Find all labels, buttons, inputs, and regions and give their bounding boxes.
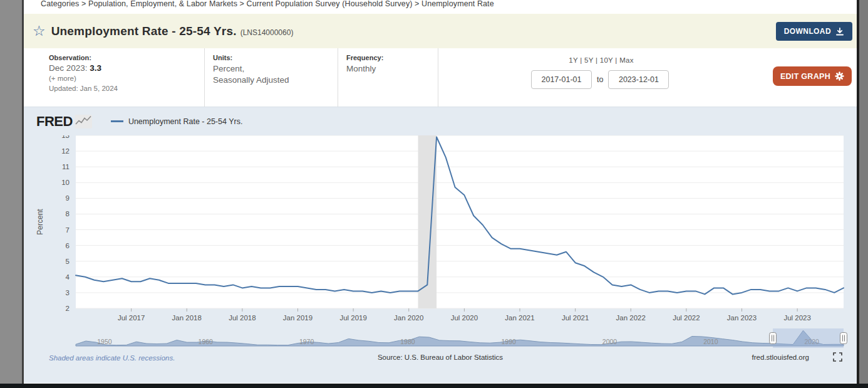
unemployment-line-chart[interactable]: 2345678910111213PercentJul 2017Jan 2018J… [24, 135, 857, 349]
meta-row: Observation: Dec 2023: 3.3 (+ more) Upda… [24, 48, 857, 107]
brush-handle-left[interactable] [770, 333, 777, 344]
observation-value: 3.3 [90, 63, 101, 73]
svg-text:Jan 2022: Jan 2022 [616, 314, 646, 322]
svg-text:1980: 1980 [400, 338, 415, 345]
window-bottom-bar [0, 384, 868, 388]
svg-text:Jul 2017: Jul 2017 [118, 314, 145, 322]
svg-text:Jul 2020: Jul 2020 [451, 314, 478, 322]
svg-text:Jan 2018: Jan 2018 [172, 314, 202, 322]
svg-text:1950: 1950 [97, 338, 112, 345]
start-date-input[interactable] [531, 70, 592, 89]
y-axis-title: Percent [36, 209, 44, 235]
series-id: (LNS14000060) [240, 26, 294, 37]
end-date-input[interactable] [608, 70, 669, 89]
svg-text:Jul 2023: Jul 2023 [783, 314, 810, 322]
fred-logo-text: FRED [36, 115, 73, 128]
svg-text:5: 5 [66, 258, 70, 265]
svg-text:Jan 2021: Jan 2021 [505, 314, 534, 322]
svg-text:Jul 2022: Jul 2022 [673, 314, 700, 322]
graph-panel: FRED Unemployment Rate - 25-54 Yrs. 2345… [24, 107, 857, 383]
window-left-margin [0, 0, 24, 384]
fullscreen-icon[interactable] [833, 352, 842, 364]
svg-text:4: 4 [66, 273, 70, 281]
svg-text:1990: 1990 [502, 338, 517, 345]
brush-handle-right[interactable] [840, 333, 847, 344]
page-content: Categories > Population, Employment, & L… [24, 0, 857, 384]
svg-text:Jan 2023: Jan 2023 [727, 314, 757, 322]
plot-area[interactable] [76, 135, 844, 308]
breadcrumb[interactable]: Categories > Population, Employment, & L… [24, 0, 857, 9]
more-observations-link[interactable]: (+ more) [49, 75, 204, 82]
chart-legend: Unemployment Rate - 25-54 Yrs. [111, 117, 243, 126]
download-icon [835, 28, 844, 36]
svg-text:Jul 2019: Jul 2019 [339, 314, 366, 322]
svg-text:12: 12 [61, 147, 70, 155]
legend-line-swatch [111, 120, 123, 122]
svg-text:Jul 2021: Jul 2021 [562, 314, 589, 322]
title-bar: ☆ Unemployment Rate - 25-54 Yrs. (LNS140… [24, 14, 857, 48]
gear-icon [835, 71, 844, 81]
observation-column: Observation: Dec 2023: 3.3 (+ more) Upda… [24, 48, 205, 107]
fred-logo[interactable]: FRED [36, 115, 92, 128]
browser-frame: Categories > Population, Employment, & L… [0, 0, 868, 384]
observation-label: Observation: [49, 54, 204, 61]
svg-text:2000: 2000 [602, 338, 617, 345]
x-axis-labels: Jul 2017Jan 2018Jul 2018Jan 2019Jul 2019… [118, 308, 811, 322]
observation-line: Dec 2023: 3.3 [49, 63, 204, 73]
brush-area[interactable] [76, 330, 844, 346]
svg-text:2010: 2010 [703, 338, 718, 345]
svg-text:3: 3 [66, 289, 70, 296]
svg-text:10: 10 [61, 179, 70, 186]
legend-label: Unemployment Rate - 25-54 Yrs. [128, 117, 243, 126]
frequency-value: Monthly [346, 63, 438, 75]
svg-text:11: 11 [62, 163, 70, 170]
graph-footer: Shaded areas indicate U.S. recessions. S… [24, 350, 857, 370]
edit-graph-button[interactable]: EDIT GRAPH [773, 66, 852, 86]
svg-text:7: 7 [66, 226, 70, 234]
units-column: Units: Percent, Seasonally Adjusted [205, 48, 338, 107]
frequency-column: Frequency: Monthly [338, 48, 438, 107]
svg-text:2: 2 [66, 305, 70, 312]
units-label: Units: [213, 54, 338, 61]
y-axis-labels: 2345678910111213 [61, 135, 70, 312]
download-button[interactable]: DOWNLOAD [776, 22, 852, 41]
download-button-label: DOWNLOAD [784, 27, 831, 36]
source-note: Source: U.S. Bureau of Labor Statistics [24, 354, 857, 361]
observation-date: Dec 2023: [49, 63, 88, 73]
svg-text:Jul 2018: Jul 2018 [229, 314, 256, 322]
units-value-line2: Seasonally Adjusted [213, 75, 338, 86]
units-value-line1: Percent, [213, 63, 338, 75]
favorite-star-icon[interactable]: ☆ [33, 24, 46, 38]
svg-text:1970: 1970 [299, 338, 314, 345]
to-label: to [597, 75, 603, 84]
graph-header: FRED Unemployment Rate - 25-54 Yrs. [24, 107, 857, 135]
updated-timestamp: Updated: Jan 5, 2024 [49, 85, 204, 92]
svg-text:1960: 1960 [199, 338, 214, 345]
svg-text:Jan 2020: Jan 2020 [394, 314, 423, 322]
window-right-margin [857, 0, 868, 384]
svg-text:8: 8 [66, 210, 70, 218]
fred-chart-icon [75, 115, 92, 128]
site-link[interactable]: fred.stlouisfed.org [752, 354, 809, 361]
svg-text:13: 13 [61, 135, 70, 139]
brush-selection[interactable] [773, 328, 844, 348]
svg-text:9: 9 [66, 194, 70, 202]
date-range-area: 1Y | 5Y | 10Y | Max to EDIT GRAPH [438, 48, 857, 107]
range-preset-links[interactable]: 1Y | 5Y | 10Y | Max [531, 56, 671, 64]
edit-graph-button-label: EDIT GRAPH [780, 72, 830, 81]
page-title: Unemployment Rate - 25-54 Yrs. [51, 24, 237, 38]
breadcrumb-row: Categories > Population, Employment, & L… [24, 0, 857, 14]
svg-text:6: 6 [66, 242, 70, 249]
frequency-label: Frequency: [346, 54, 438, 61]
svg-text:Jan 2019: Jan 2019 [283, 314, 313, 322]
